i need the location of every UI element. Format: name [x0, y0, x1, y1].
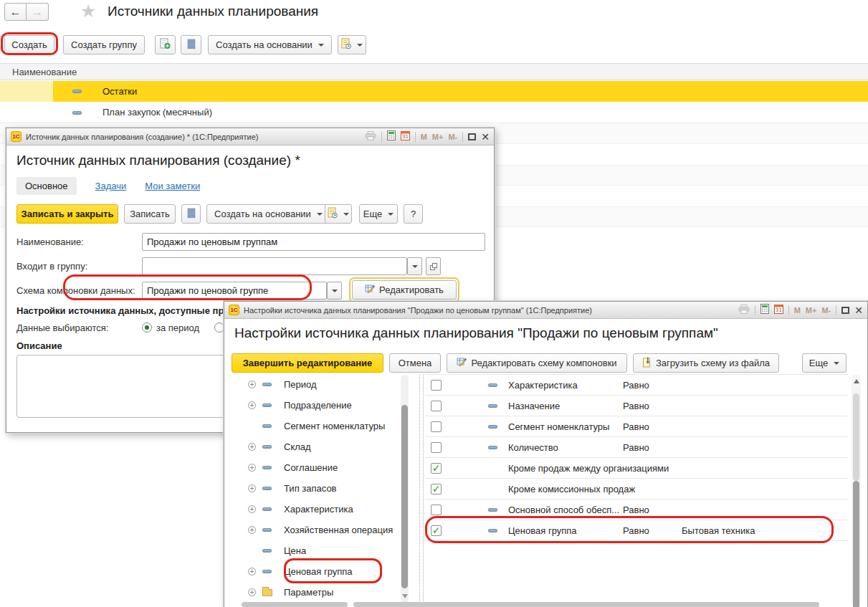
expand-plus-icon[interactable]: + [248, 381, 256, 388]
condition-checkbox[interactable] [431, 421, 442, 432]
table-row[interactable]: План закупок (месячный) [0, 102, 868, 123]
copy-list-button[interactable] [181, 35, 201, 54]
create-based-on-button[interactable]: Создать на основании [206, 204, 330, 224]
help-button[interactable]: ? [404, 204, 423, 224]
tab-main[interactable]: Основное [16, 177, 77, 195]
condition-checkbox[interactable] [431, 505, 442, 515]
expand-plus-icon[interactable]: + [248, 568, 256, 575]
condition-row[interactable]: Характеристика Равно [425, 375, 848, 396]
create-based-on-button[interactable]: Создать на основании [208, 35, 332, 54]
list-hscrollbar-thumb[interactable] [353, 602, 819, 607]
table-row[interactable]: Остатки [0, 81, 868, 102]
radio-for-period[interactable] [142, 322, 152, 333]
condition-checkbox[interactable] [431, 401, 442, 411]
dialog1-titlebar[interactable]: 1С Источник данных планирования (создани… [6, 128, 494, 145]
condition-row[interactable]: Основной способ обесп... Равно [425, 500, 848, 520]
tree-item[interactable]: + Параметры [224, 582, 401, 603]
tree-item[interactable]: + Ценовая группа [224, 561, 401, 582]
tree-item[interactable]: + Сегмент номенклатуры [224, 416, 401, 436]
parent-group-field[interactable] [142, 257, 407, 275]
copy-list-button[interactable] [181, 204, 201, 224]
list-scrollbar-thumb[interactable] [853, 481, 859, 607]
name-field[interactable] [142, 233, 485, 251]
dialog2-titlebar[interactable]: 1С Настройки источника данных планирован… [224, 302, 867, 319]
tree-item[interactable]: + Склад [224, 436, 401, 457]
memory-minus-button[interactable]: M- [821, 306, 831, 315]
condition-checkbox[interactable] [431, 463, 442, 474]
parent-group-dropdown-button[interactable] [407, 257, 422, 275]
scroll-down-arrow-icon[interactable] [402, 594, 408, 598]
maximize-icon[interactable] [468, 133, 476, 140]
more-button[interactable]: Еще [802, 353, 846, 373]
condition-checkbox[interactable] [431, 484, 442, 494]
nav-back-button[interactable]: ← [4, 3, 27, 21]
tree-item[interactable]: + Период [224, 374, 401, 395]
radio-second-option[interactable] [214, 322, 224, 333]
reports-dropdown-button[interactable] [325, 204, 352, 224]
schema-dropdown-button[interactable] [327, 282, 342, 300]
condition-row[interactable]: Назначение Равно [425, 396, 848, 416]
condition-row[interactable]: Сегмент номенклатуры Равно [425, 416, 848, 437]
memory-plus-button[interactable]: M+ [806, 306, 817, 315]
load-schema-from-file-button[interactable]: Загрузить схему из файла [633, 353, 779, 373]
maximize-icon[interactable] [841, 307, 849, 314]
memory-minus-button[interactable]: M- [448, 133, 457, 141]
expand-plus-icon[interactable]: + [248, 505, 256, 513]
schema-field[interactable] [142, 282, 327, 300]
cancel-button[interactable]: Отмена [389, 353, 441, 373]
condition-row[interactable]: Кроме комиссионных продаж [425, 479, 848, 500]
expand-plus-icon[interactable]: + [248, 464, 256, 472]
edit-schema-button[interactable]: Редактировать [352, 280, 457, 300]
radio-for-period-label[interactable]: за период [156, 319, 199, 337]
expand-plus-icon[interactable]: + [248, 443, 256, 451]
condition-checkbox[interactable] [431, 380, 442, 391]
memory-button[interactable]: M [794, 306, 801, 315]
finish-editing-button[interactable]: Завершить редактирование [232, 353, 383, 373]
condition-row[interactable]: Ценовая группа Равно Бытовая техника [425, 520, 848, 541]
column-header-name[interactable]: Наименование [12, 67, 77, 77]
memory-plus-button[interactable]: M+ [432, 133, 444, 141]
list-scrollbar[interactable] [852, 375, 861, 607]
calendar-icon[interactable]: 31 [401, 130, 410, 143]
tree-scrollbar[interactable] [401, 375, 409, 603]
reports-dropdown-button[interactable] [338, 35, 366, 54]
condition-checkbox[interactable] [431, 525, 442, 536]
tab-my-notes[interactable]: Мои заметки [145, 181, 200, 191]
close-icon[interactable]: ✕ [481, 133, 490, 140]
calculator-icon[interactable] [387, 130, 396, 143]
print-icon[interactable] [365, 131, 376, 143]
expand-plus-icon[interactable]: + [248, 526, 256, 534]
condition-row[interactable]: Кроме продаж между организациями [425, 458, 848, 479]
tree-item[interactable]: + Подразделение [224, 395, 401, 416]
condition-row[interactable]: Количество Равно [425, 437, 848, 458]
scroll-up-arrow-icon[interactable] [854, 379, 859, 383]
save-button[interactable]: Записать [124, 204, 176, 224]
condition-checkbox[interactable] [431, 442, 442, 453]
tree-scrollbar-thumb[interactable] [401, 405, 408, 588]
print-icon[interactable] [738, 305, 750, 316]
tab-tasks[interactable]: Задачи [95, 181, 127, 191]
calendar-icon[interactable]: 31 [774, 304, 783, 316]
panel-splitter[interactable] [419, 374, 424, 607]
tree-item[interactable]: + Хозяйственная операция [224, 520, 401, 540]
tree-item[interactable]: + Соглашение [224, 457, 401, 478]
expand-plus-icon[interactable]: + [248, 401, 256, 409]
tree-hscrollbar-thumb[interactable] [242, 602, 348, 607]
memory-button[interactable]: M [421, 133, 427, 141]
create-button[interactable]: Создать [4, 35, 54, 54]
tree-item[interactable]: + Тип запасов [224, 478, 401, 499]
favorite-star-icon[interactable]: ★ [80, 1, 96, 21]
more-button[interactable]: Еще [359, 204, 398, 224]
tree-item[interactable]: + Характеристика [224, 499, 401, 520]
create-new-item-button[interactable] [155, 35, 176, 54]
create-group-button[interactable]: Создать группу [63, 35, 145, 54]
parent-group-open-button[interactable] [426, 257, 441, 275]
calculator-icon[interactable] [760, 304, 769, 316]
expand-plus-icon[interactable]: + [248, 484, 256, 492]
edit-composition-schema-button[interactable]: Редактировать схему компоновки [447, 353, 627, 373]
tree-item[interactable]: + Цена [224, 540, 401, 561]
save-and-close-button[interactable]: Записать и закрыть [16, 204, 118, 224]
close-icon[interactable]: ✕ [854, 307, 863, 314]
expand-plus-icon[interactable]: + [248, 588, 256, 596]
nav-forward-button[interactable]: → [27, 3, 49, 21]
